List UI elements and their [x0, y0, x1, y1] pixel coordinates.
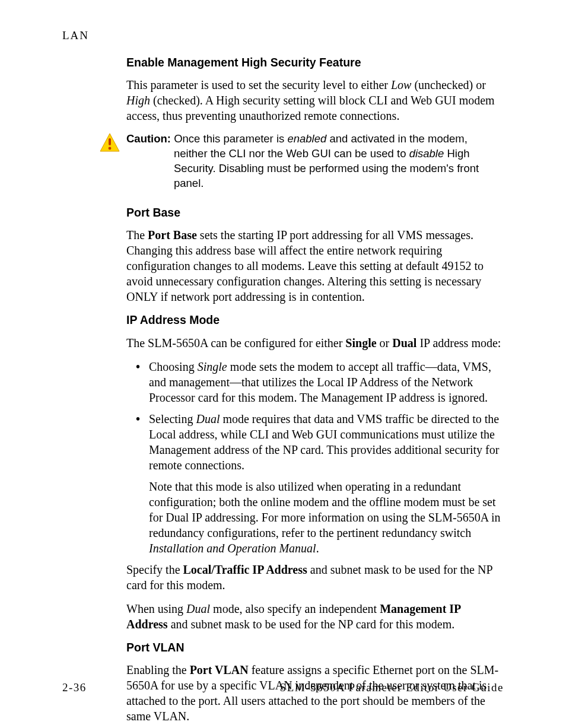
text: Specify the [126, 563, 183, 576]
text: and subnet mask to be used for the NP ca… [168, 618, 455, 631]
text-italic: Installation and Operation Manual [149, 542, 316, 555]
para-port-base: The Port Base sets the starting IP port … [126, 227, 504, 304]
text: Note that this mode is also utilized whe… [149, 480, 501, 539]
para-specify-local: Specify the Local/Traffic IP Address and… [126, 562, 504, 593]
text-italic: Low [391, 78, 411, 91]
list-item-subpara: Note that this mode is also utilized whe… [149, 479, 504, 556]
heading-port-base: Port Base [126, 205, 504, 220]
text-italic: Dual [196, 412, 220, 425]
caution-label: Caution: [126, 132, 171, 145]
footer-title: SLM-5650A Parameter Editor User Guide [280, 681, 504, 695]
list-item: Selecting Dual mode requires that data a… [147, 411, 504, 556]
svg-rect-1 [109, 138, 111, 145]
page-number: 2-36 [62, 681, 87, 695]
text: Selecting [149, 412, 196, 425]
para-enable-security: This parameter is used to set the securi… [126, 77, 504, 123]
text-italic: Dual [186, 602, 210, 615]
list-item: Choosing Single mode sets the modem to a… [147, 359, 504, 405]
para-ip-mode-intro: The SLM-5650A can be configured for eith… [126, 335, 504, 351]
text: This parameter is used to set the securi… [126, 78, 391, 91]
text-bold: Port VLAN [190, 663, 249, 676]
text-italic: enabled [287, 132, 326, 145]
heading-ip-mode: IP Address Mode [126, 313, 504, 328]
text-bold: Port Base [148, 228, 197, 241]
text: IP address mode: [416, 336, 501, 349]
para-dual-mode: When using Dual mode, also specify an in… [126, 601, 504, 632]
text-bold: Dual [392, 336, 416, 349]
text-italic: disable [409, 147, 444, 160]
svg-point-2 [109, 147, 112, 150]
page-footer: 2-36 SLM-5650A Parameter Editor User Gui… [62, 681, 504, 695]
text: Choosing [149, 360, 198, 373]
caution-text: Caution: Once this parameter is enabled … [126, 132, 504, 191]
text-italic: Single [198, 360, 227, 373]
text-bold: Single [345, 336, 376, 349]
running-header: LAN [62, 28, 504, 43]
document-page: LAN Enable Management High Security Feat… [0, 0, 566, 728]
body-content: Enable Management High Security Feature … [126, 55, 504, 724]
text-italic: High [126, 94, 150, 107]
text: The [126, 228, 148, 241]
text: Once this parameter is [171, 132, 287, 145]
text: (checked). A High security setting will … [126, 94, 495, 122]
ip-mode-list: Choosing Single mode sets the modem to a… [126, 359, 504, 556]
text: . [316, 542, 319, 555]
heading-port-vlan: Port VLAN [126, 640, 504, 655]
warning-icon [100, 132, 126, 157]
text: or [377, 336, 393, 349]
text: (unchecked) or [411, 78, 486, 91]
text: mode, also specify an independent [210, 602, 380, 615]
text: When using [126, 602, 186, 615]
text: Enabling the [126, 663, 190, 676]
caution-block: Caution: Once this parameter is enabled … [100, 132, 504, 191]
text: The SLM-5650A can be configured for eith… [126, 336, 345, 349]
text-bold: Local/Traffic IP Address [183, 563, 307, 576]
heading-enable-security: Enable Management High Security Feature [126, 55, 504, 70]
